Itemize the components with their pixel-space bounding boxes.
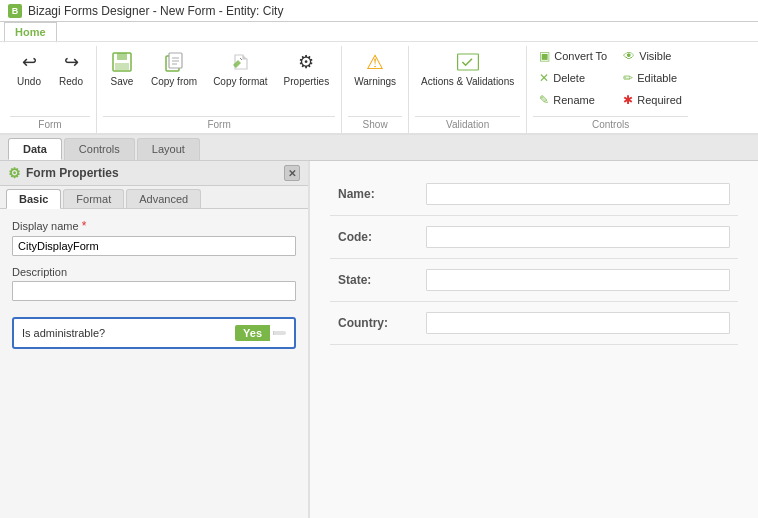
properties-icon: ⚙ [294, 50, 318, 74]
copy-from-button[interactable]: Copy from [145, 46, 203, 91]
right-panel: Name: Code: State: Country: [310, 161, 758, 518]
redo-label: Redo [59, 76, 83, 87]
undo-button[interactable]: ↩ Undo [10, 46, 48, 91]
panel-header-left: ⚙ Form Properties [8, 165, 119, 181]
copy-from-label: Copy from [151, 76, 197, 87]
controls-left-col: ▣ Convert To ✕ Delete ✎ Rename [533, 46, 613, 110]
display-name-label: Display name * [12, 219, 296, 233]
copy-format-label: Copy format [213, 76, 267, 87]
panel-tab-basic[interactable]: Basic [6, 189, 61, 209]
required-button[interactable]: ✱ Required [617, 90, 688, 110]
field-value-name[interactable] [426, 183, 730, 205]
ribbon-group-actions: Save Copy from [97, 46, 342, 133]
is-administrable-row: Is administrable? Yes [12, 317, 296, 349]
field-value-code[interactable] [426, 226, 730, 248]
field-row-state: State: [330, 259, 738, 302]
description-label: Description [12, 266, 296, 278]
actions-validations-label: Actions & Validations [421, 76, 514, 87]
controls-group-label: Controls [533, 116, 688, 133]
svg-rect-1 [117, 53, 127, 60]
properties-button[interactable]: ⚙ Properties [278, 46, 336, 91]
form-group-label2: Form [103, 116, 335, 133]
save-button[interactable]: Save [103, 46, 141, 91]
controls-right-col: 👁 Visible ✏ Editable ✱ Required [617, 46, 688, 110]
controls-items: ▣ Convert To ✕ Delete ✎ Rename 👁 [533, 46, 688, 114]
warnings-icon: ⚠ [363, 50, 387, 74]
toggle-yes-label[interactable]: Yes [235, 325, 270, 341]
undo-redo-items: ↩ Undo ↪ Redo [10, 46, 90, 114]
panel-tab-advanced[interactable]: Advanced [126, 189, 201, 208]
save-label: Save [111, 76, 134, 87]
panel-body: Display name * Description Is administra… [0, 209, 308, 518]
copy-format-button[interactable]: Copy format [207, 46, 273, 91]
display-name-input[interactable] [12, 236, 296, 256]
ribbon-group-show: ⚠ Warnings Show [342, 46, 409, 133]
properties-label: Properties [284, 76, 330, 87]
field-row-country: Country: [330, 302, 738, 345]
field-row-code: Code: [330, 216, 738, 259]
ribbon-group-undoredo: ↩ Undo ↪ Redo Form [4, 46, 97, 133]
visible-label: Visible [639, 50, 671, 62]
field-value-country[interactable] [426, 312, 730, 334]
toggle-switch[interactable]: Yes [235, 325, 286, 341]
ribbon-content: ↩ Undo ↪ Redo Form [0, 41, 758, 133]
delete-button[interactable]: ✕ Delete [533, 68, 613, 88]
show-items: ⚠ Warnings [348, 46, 402, 114]
rename-label: Rename [553, 94, 595, 106]
required-label: Required [637, 94, 682, 106]
field-label-state: State: [338, 273, 418, 287]
actions-validations-icon [456, 50, 480, 74]
undo-label: Undo [17, 76, 41, 87]
undo-icon: ↩ [17, 50, 41, 74]
panel-tab-format[interactable]: Format [63, 189, 124, 208]
main-area: ⚙ Form Properties ✕ Basic Format Advance… [0, 161, 758, 518]
field-row-name: Name: [330, 173, 738, 216]
field-label-name: Name: [338, 187, 418, 201]
required-icon: ✱ [623, 93, 633, 107]
title-bar: B Bizagi Forms Designer - New Form - Ent… [0, 0, 758, 22]
visible-icon: 👁 [623, 49, 635, 63]
tab-layout[interactable]: Layout [137, 138, 200, 160]
panel-tabs: Basic Format Advanced [0, 186, 308, 209]
editable-button[interactable]: ✏ Editable [617, 68, 688, 88]
tab-controls[interactable]: Controls [64, 138, 135, 160]
warnings-button[interactable]: ⚠ Warnings [348, 46, 402, 91]
visible-button[interactable]: 👁 Visible [617, 46, 688, 66]
ribbon-group-controls: ▣ Convert To ✕ Delete ✎ Rename 👁 [527, 46, 694, 133]
toggle-no-label[interactable] [273, 331, 286, 335]
redo-button[interactable]: ↪ Redo [52, 46, 90, 91]
form-group-label: Form [10, 116, 90, 133]
convert-to-button[interactable]: ▣ Convert To [533, 46, 613, 66]
panel-header: ⚙ Form Properties ✕ [0, 161, 308, 186]
show-group-label: Show [348, 116, 402, 133]
field-label-country: Country: [338, 316, 418, 330]
panel-close-button[interactable]: ✕ [284, 165, 300, 181]
field-value-state[interactable] [426, 269, 730, 291]
left-panel: ⚙ Form Properties ✕ Basic Format Advance… [0, 161, 310, 518]
ribbon-tab-home[interactable]: Home [4, 22, 57, 43]
convert-to-label: Convert To [554, 50, 607, 62]
tab-data[interactable]: Data [8, 138, 62, 160]
ribbon-group-validation: Actions & Validations Validation [409, 46, 527, 133]
convert-to-icon: ▣ [539, 49, 550, 63]
main-tabs: Data Controls Layout [0, 135, 758, 161]
panel-gear-icon: ⚙ [8, 165, 21, 181]
app-icon: B [8, 4, 22, 18]
app-title: Bizagi Forms Designer - New Form - Entit… [28, 4, 283, 18]
rename-button[interactable]: ✎ Rename [533, 90, 613, 110]
editable-label: Editable [637, 72, 677, 84]
validation-items: Actions & Validations [415, 46, 520, 114]
delete-icon: ✕ [539, 71, 549, 85]
svg-rect-2 [115, 63, 129, 70]
warnings-label: Warnings [354, 76, 396, 87]
action-items: Save Copy from [103, 46, 335, 114]
rename-icon: ✎ [539, 93, 549, 107]
field-label-code: Code: [338, 230, 418, 244]
editable-icon: ✏ [623, 71, 633, 85]
copy-format-icon [228, 50, 252, 74]
validation-group-label: Validation [415, 116, 520, 133]
description-input[interactable] [12, 281, 296, 301]
actions-validations-button[interactable]: Actions & Validations [415, 46, 520, 91]
redo-icon: ↪ [59, 50, 83, 74]
save-icon [110, 50, 134, 74]
